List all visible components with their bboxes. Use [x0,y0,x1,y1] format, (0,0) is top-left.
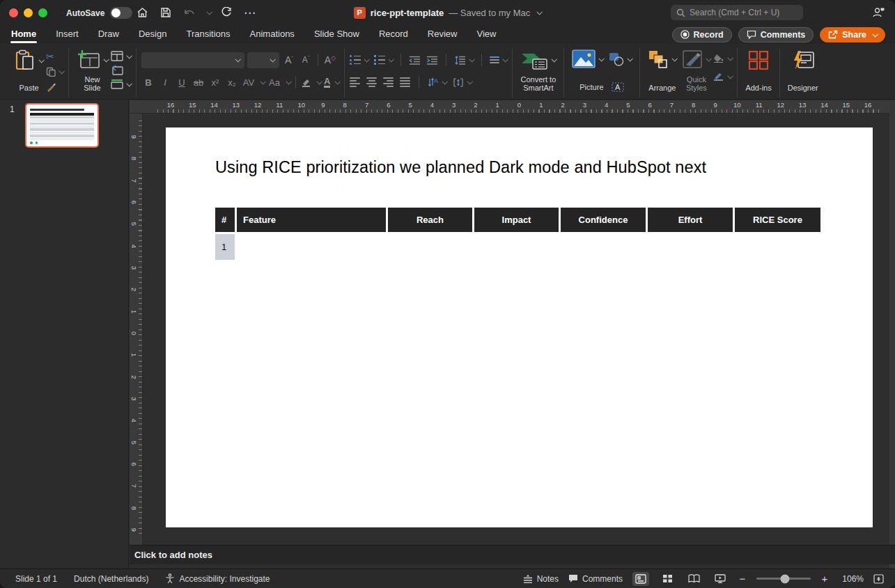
superscript-button[interactable]: x² [208,77,222,88]
change-case-button[interactable]: Aa [267,77,281,88]
tab-review[interactable]: Review [427,26,458,44]
comments-button[interactable]: Comments [738,27,814,42]
zoom-window-button[interactable] [38,8,47,17]
numbering-button[interactable] [374,54,393,66]
undo-icon[interactable] [181,4,198,21]
font-size-select[interactable] [247,52,279,68]
font-color-button[interactable]: A [324,77,330,88]
columns-button[interactable] [490,54,507,66]
accessibility-status[interactable]: Accessibility: Investigate [165,573,270,584]
reading-view-button[interactable] [685,572,702,586]
subscript-button[interactable]: x₂ [225,77,239,88]
font-name-select[interactable] [141,52,244,68]
table-header-cell[interactable]: Effort [648,208,733,232]
quick-styles-button[interactable]: Quick Styles [679,48,713,94]
shape-outline-button[interactable] [713,70,732,82]
character-spacing-button[interactable]: AV [242,77,256,88]
tab-draw[interactable]: Draw [98,26,120,44]
table-header-cell[interactable]: RICE Score [735,208,820,232]
home-icon[interactable] [134,4,150,21]
share-button[interactable]: Share [820,27,885,42]
tab-home[interactable]: Home [10,26,37,44]
more-toolbar-icon[interactable]: ⋯ [242,4,258,21]
tab-design[interactable]: Design [138,26,167,44]
table-row-number-cell[interactable]: 1 [215,234,235,260]
slide-canvas[interactable]: Using RICE prioritization we planned Dar… [166,127,873,527]
shrink-font-button[interactable]: Aˇ [299,54,313,65]
new-slide-button[interactable]: New Slide [74,48,111,94]
align-left-button[interactable] [350,77,360,87]
table-header-cell[interactable]: Confidence [561,208,646,232]
align-center-button[interactable] [366,77,377,87]
tab-view[interactable]: View [476,26,497,44]
minimize-window-button[interactable] [24,8,33,17]
table-header-cell[interactable]: Feature [237,208,386,232]
normal-view-button[interactable] [632,572,649,586]
designer-button[interactable]: Designer [785,48,821,94]
clear-formatting-button[interactable]: A◇ [323,54,337,65]
language-indicator[interactable]: Dutch (Netherlands) [74,574,148,584]
account-icon[interactable] [872,6,885,18]
notes-pane[interactable]: Click to add notes [130,545,895,564]
cut-button[interactable]: ✂ [46,50,63,62]
decrease-indent-button[interactable] [409,54,421,66]
shape-fill-button[interactable] [713,52,732,64]
reset-button[interactable] [111,64,131,76]
tab-insert[interactable]: Insert [55,26,79,44]
undo-chevron-icon[interactable] [206,9,212,15]
document-title-chevron-icon[interactable] [537,9,543,15]
slide-title[interactable]: Using RICE prioritization we planned Dar… [215,158,706,177]
align-text-button[interactable] [453,77,472,88]
underline-button[interactable]: U [175,77,189,88]
zoom-out-button[interactable]: − [738,573,747,585]
text-box-icon[interactable]: A [611,82,625,93]
notes-toggle-button[interactable]: Notes [523,574,559,584]
zoom-slider-knob[interactable] [780,574,789,583]
copy-button[interactable] [46,65,63,77]
convert-to-smartart-button[interactable]: Convert to SmartArt [517,48,559,94]
search-box[interactable] [671,5,803,20]
vertical-scrollbar[interactable] [889,100,895,568]
comments-toggle-button[interactable]: Comments [568,574,623,584]
tab-record[interactable]: Record [378,26,409,44]
save-icon[interactable] [157,4,174,21]
italic-button[interactable]: I [158,77,172,88]
record-button[interactable]: Record [672,27,732,42]
autosave-toggle[interactable] [110,7,132,19]
tab-animations[interactable]: Animations [249,26,295,44]
slide-sorter-view-button[interactable] [659,572,676,586]
bold-button[interactable]: B [141,77,155,88]
table-header-cell[interactable]: Reach [388,208,472,232]
bullets-button[interactable] [350,54,368,66]
picture-button[interactable]: Picture A [569,48,635,94]
designer-label: Designer [788,84,818,93]
table-header-cell[interactable]: # [215,208,235,232]
fit-to-window-button[interactable] [873,574,884,584]
close-window-button[interactable] [9,8,18,17]
table-header-cell[interactable]: Impact [474,208,559,232]
justify-button[interactable] [400,77,410,87]
slide-1-thumbnail[interactable] [25,103,99,148]
zoom-percentage[interactable]: 106% [839,574,864,584]
format-painter-icon[interactable] [46,81,63,93]
redo-icon[interactable] [218,4,235,21]
highlight-button[interactable] [301,77,312,87]
section-button[interactable] [111,78,131,90]
tab-transitions[interactable]: Transitions [185,26,231,44]
slide-counter[interactable]: Slide 1 of 1 [15,574,57,584]
strikethrough-button[interactable]: ab [192,77,205,88]
arrange-button[interactable]: Arrange [645,48,679,94]
zoom-slider[interactable] [756,578,811,580]
layout-button[interactable] [111,50,131,62]
paste-button[interactable]: Paste [12,48,46,94]
text-direction-button[interactable]: A [428,77,446,88]
zoom-in-button[interactable]: + [820,573,829,585]
grow-font-button[interactable]: Aˆ [282,54,296,65]
slideshow-view-button[interactable] [712,572,729,586]
increase-indent-button[interactable] [426,54,438,66]
addins-button[interactable]: Add-ins [742,48,774,94]
search-input[interactable] [690,8,797,17]
tab-slide-show[interactable]: Slide Show [313,26,360,44]
line-spacing-button[interactable] [454,54,474,66]
align-right-button[interactable] [383,77,394,87]
